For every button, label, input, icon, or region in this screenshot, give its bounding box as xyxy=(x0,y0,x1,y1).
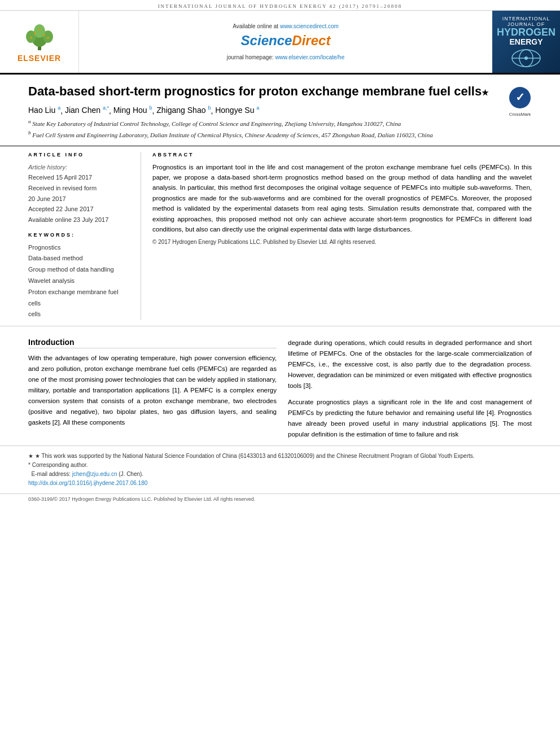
abstract-heading: Abstract xyxy=(152,152,532,158)
cover-graphic-icon xyxy=(509,49,543,68)
journal-cover-energy: ENERGY xyxy=(509,37,542,46)
intro-heading: Introduction xyxy=(28,338,277,348)
journal-cover-intl: INTERNATIONAL JOURNAL OF xyxy=(496,16,557,27)
keyword-1: Prognostics xyxy=(28,242,132,254)
abstract-col: Abstract Prognostics is an important too… xyxy=(152,152,532,321)
svg-point-6 xyxy=(43,34,45,36)
footnote-star-note: ★ ★ This work was supported by the Natio… xyxy=(28,452,532,461)
journal-homepage: journal homepage: www.elsevier.com/locat… xyxy=(227,54,344,60)
intro-right-col: degrade during operations, which could r… xyxy=(288,338,532,440)
affiliation-a: a State Key Laboratory of Industrial Con… xyxy=(28,118,532,128)
email-person: (J. Chen). xyxy=(119,471,143,477)
received-date: Received 15 April 2017 xyxy=(28,174,92,181)
keyword-5b: cells xyxy=(28,309,132,320)
author-5: Hongye Su a xyxy=(215,106,259,115)
crossmark-area: ✓ CrossMark xyxy=(508,86,532,117)
article-history: Article history: Received 15 April 2017 … xyxy=(28,162,132,225)
article-info-col: Article Info Article history: Received 1… xyxy=(28,152,141,321)
intro-left-col: Introduction With the advantages of low … xyxy=(28,338,277,440)
keyword-4: Wavelet analysis xyxy=(28,276,132,287)
abstract-text: Prognostics is an important tool in the … xyxy=(152,162,532,235)
main-content: Introduction With the advantages of low … xyxy=(0,326,560,445)
article-title-section: ✓ CrossMark Data-based short-term progno… xyxy=(0,75,560,146)
footnote-corresponding: * Corresponding author. xyxy=(28,461,532,470)
article-info-heading: Article Info xyxy=(28,152,132,158)
footnote-email-line: E-mail address: jchen@zju.edu.cn (J. Che… xyxy=(28,470,532,479)
elsevier-logo-area: ELSEVIER xyxy=(0,11,79,73)
article-title: Data-based short-term prognostics for pr… xyxy=(28,84,532,100)
svg-point-7 xyxy=(38,28,41,30)
journal-cover: INTERNATIONAL JOURNAL OF HYDROGEN ENERGY xyxy=(492,11,560,73)
svg-point-8 xyxy=(30,37,32,39)
keywords-heading: Keywords: xyxy=(28,232,132,238)
sciencedirect-logo: ScienceDirect xyxy=(241,33,331,49)
email-label: E-mail address: xyxy=(32,471,71,477)
intro-right-para1: degrade during operations, which could r… xyxy=(288,338,532,391)
journal-header-text: International Journal of Hydrogen Energy… xyxy=(158,3,403,9)
footnote-doi: http://dx.doi.org/10.1016/j.ijhydene.201… xyxy=(28,479,532,488)
accepted-date: Accepted 22 June 2017 xyxy=(28,206,94,212)
svg-text:✓: ✓ xyxy=(515,91,525,103)
crossmark-icon: ✓ xyxy=(508,86,532,110)
elsevier-tree-icon xyxy=(20,21,59,52)
author-4: Zhigang Shao b xyxy=(156,106,211,115)
affiliation-b: b Fuel Cell System and Engineering Labor… xyxy=(28,129,532,139)
history-label: Article history: xyxy=(28,162,132,173)
bottom-bar-text: 0360-3199/© 2017 Hydrogen Energy Publica… xyxy=(28,496,255,502)
sciencedirect-url-link[interactable]: www.sciencedirect.com xyxy=(280,23,339,29)
author-4-sup: b xyxy=(208,106,211,111)
keywords-section: Keywords: Prognostics Data-based method … xyxy=(28,232,132,321)
author-3-sup: b xyxy=(150,106,152,111)
author-3: Ming Hou b xyxy=(113,106,152,115)
author-5-sup: a xyxy=(256,106,259,111)
center-banner: Available online at www.sciencedirect.co… xyxy=(79,11,492,73)
journal-homepage-link[interactable]: www.elsevier.com/locate/he xyxy=(275,54,344,60)
email-link[interactable]: jchen@zju.edu.cn xyxy=(72,471,117,477)
svg-point-13 xyxy=(524,56,528,60)
title-star: ★ xyxy=(482,88,489,97)
intro-right-para2: Accurate prognostics plays a significant… xyxy=(288,397,532,440)
author-1-sup: a xyxy=(58,106,60,111)
svg-point-5 xyxy=(34,32,36,34)
footnote-section: ★ ★ This work was supported by the Natio… xyxy=(0,445,560,493)
intro-left-text: With the advantages of low operating tem… xyxy=(28,353,277,428)
revised-date: 20 June 2017 xyxy=(28,195,66,202)
available-online-date: Available online 23 July 2017 xyxy=(28,216,108,223)
elsevier-logo: ELSEVIER xyxy=(18,21,61,63)
author-2: Jian Chen a,* xyxy=(65,106,109,115)
article-info-abstract-section: Article Info Article history: Received 1… xyxy=(0,146,560,327)
authors-line: Hao Liu a, Jian Chen a,*, Ming Hou b, Zh… xyxy=(28,106,532,115)
author-2-sup: a,* xyxy=(103,106,109,111)
svg-point-9 xyxy=(47,37,49,39)
top-banner: ELSEVIER Available online at www.science… xyxy=(0,11,560,75)
elsevier-brand-text: ELSEVIER xyxy=(18,54,61,63)
keyword-3: Group method of data handling xyxy=(28,264,132,276)
doi-link[interactable]: http://dx.doi.org/10.1016/j.ijhydene.201… xyxy=(28,480,147,486)
affiliations: a State Key Laboratory of Industrial Con… xyxy=(28,118,532,139)
bottom-bar: 0360-3199/© 2017 Hydrogen Energy Publica… xyxy=(0,493,560,504)
keyword-5: Proton exchange membrane fuel cells xyxy=(28,287,132,309)
keyword-2: Data-based method xyxy=(28,253,132,264)
journal-header: International Journal of Hydrogen Energy… xyxy=(0,0,560,11)
revised-label: Received in revised form xyxy=(28,185,97,191)
journal-cover-hydrogen: HYDROGEN xyxy=(497,27,555,37)
available-online-text: Available online at www.sciencedirect.co… xyxy=(233,23,339,29)
author-1: Hao Liu a xyxy=(28,106,60,115)
copyright-line: © 2017 Hydrogen Energy Publications LLC.… xyxy=(152,239,532,245)
